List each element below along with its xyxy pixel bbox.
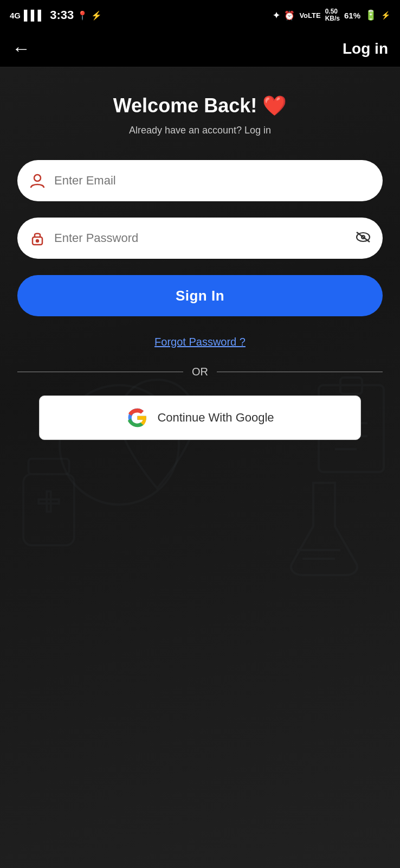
forgot-password-link[interactable]: Forgot Password ? bbox=[154, 336, 246, 348]
svg-point-16 bbox=[34, 175, 41, 181]
charging-icon: ⚡ bbox=[381, 11, 390, 20]
divider-line-right bbox=[217, 372, 383, 372]
status-left: 4G ▌▌▌ 3:33 📍 ⚡ bbox=[10, 8, 102, 22]
sign-in-button[interactable]: Sign In bbox=[17, 275, 383, 316]
back-button[interactable]: ← bbox=[12, 38, 30, 59]
welcome-heading: Welcome Back! ❤️ bbox=[113, 94, 287, 117]
subtitle-text: Already have an account? Log in bbox=[129, 125, 271, 136]
email-input-container bbox=[17, 160, 383, 201]
or-divider: OR bbox=[17, 366, 383, 378]
data-speed: 0.50KB/s bbox=[325, 8, 340, 22]
google-signin-button[interactable]: Continue With Google bbox=[39, 395, 360, 440]
signal-bars: ▌▌▌ bbox=[24, 10, 44, 21]
email-field[interactable] bbox=[54, 174, 371, 188]
main-content: Welcome Back! ❤️ Already have an account… bbox=[0, 67, 400, 462]
password-input-container bbox=[17, 218, 383, 259]
lte-indicator: VoLTE bbox=[299, 11, 320, 20]
svg-point-18 bbox=[36, 240, 38, 242]
status-right: ✦ ⏰ VoLTE 0.50KB/s 61% 🔋 ⚡ bbox=[273, 8, 390, 22]
divider-line-left bbox=[17, 372, 183, 372]
location-icon: 📍 bbox=[77, 10, 88, 21]
usb-icon: ⚡ bbox=[91, 10, 102, 21]
battery-percent: 61% bbox=[344, 11, 360, 20]
alarm-icon: ⏰ bbox=[284, 10, 295, 21]
user-icon bbox=[29, 173, 46, 189]
lock-icon bbox=[29, 230, 46, 246]
battery-icon: 🔋 bbox=[365, 9, 377, 21]
network-indicator: 4G bbox=[10, 11, 21, 20]
time-display: 3:33 bbox=[50, 8, 74, 22]
password-field[interactable] bbox=[54, 231, 356, 245]
toggle-password-icon[interactable] bbox=[356, 230, 371, 247]
google-logo-icon bbox=[126, 406, 149, 429]
heart-emoji: ❤️ bbox=[262, 94, 287, 117]
bluetooth-icon: ✦ bbox=[273, 10, 280, 21]
google-button-label: Continue With Google bbox=[157, 411, 274, 425]
status-bar: 4G ▌▌▌ 3:33 📍 ⚡ ✦ ⏰ VoLTE 0.50KB/s 61% 🔋… bbox=[0, 0, 400, 30]
nav-title: Log in bbox=[343, 40, 388, 58]
nav-bar: ← Log in bbox=[0, 30, 400, 67]
or-text: OR bbox=[192, 366, 208, 378]
